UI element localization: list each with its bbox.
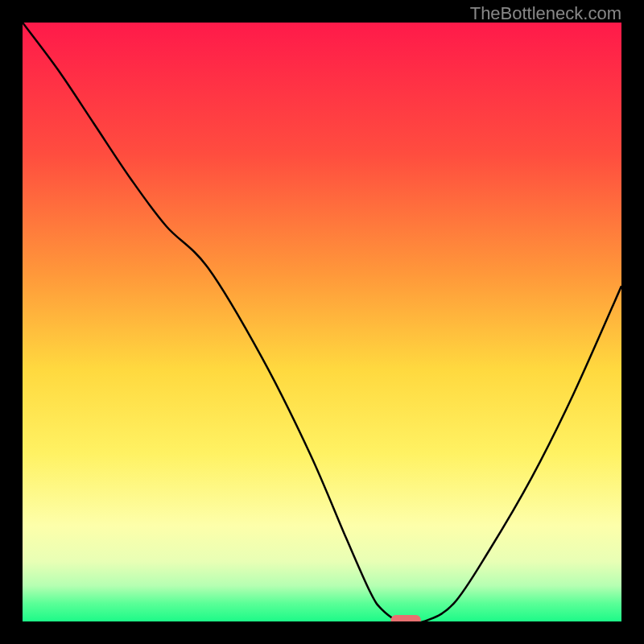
chart-svg xyxy=(23,23,621,621)
gradient-background xyxy=(23,23,621,621)
watermark-text: TheBottleneck.com xyxy=(470,3,621,24)
chart-container xyxy=(23,23,621,621)
optimal-marker xyxy=(391,615,421,621)
